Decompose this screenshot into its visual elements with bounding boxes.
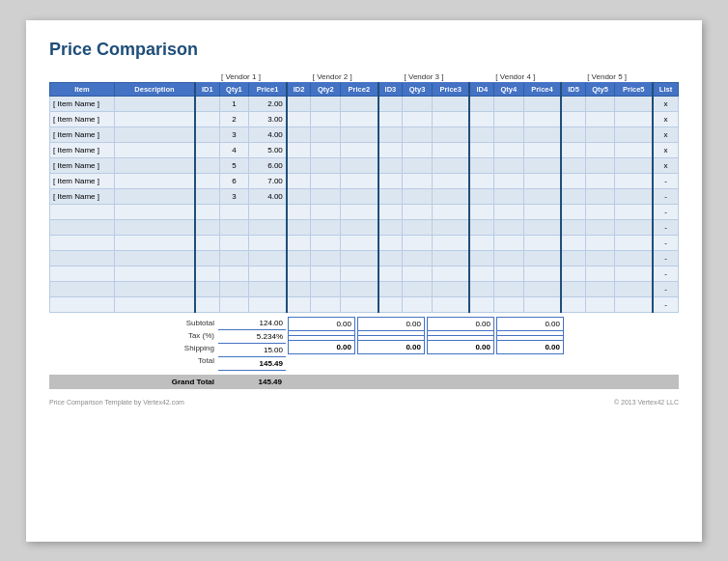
table-cell: 3 bbox=[219, 126, 249, 142]
table-cell bbox=[287, 188, 311, 204]
table-cell bbox=[615, 188, 653, 204]
table-cell bbox=[561, 235, 585, 250]
table-cell: 4.00 bbox=[249, 188, 287, 204]
table-cell bbox=[219, 281, 249, 296]
col-id3-header: ID3 bbox=[378, 82, 403, 96]
table-row: [ Item Name ]34.00- bbox=[50, 188, 679, 204]
table-cell bbox=[561, 188, 585, 204]
table-cell: 1 bbox=[219, 96, 249, 111]
vendor4-header: [ Vendor 4 ] bbox=[469, 71, 561, 83]
table-cell bbox=[494, 266, 524, 281]
table-cell bbox=[403, 157, 433, 173]
table-cell bbox=[403, 204, 433, 219]
table-cell bbox=[341, 296, 378, 312]
table-row: [ Item Name ]23.00x bbox=[50, 111, 679, 126]
table-cell bbox=[523, 204, 561, 219]
table-cell bbox=[615, 111, 653, 126]
table-cell: [ Item Name ] bbox=[50, 96, 115, 111]
table-cell bbox=[249, 266, 287, 281]
subtotal-label: Subtotal bbox=[49, 317, 218, 329]
table-cell bbox=[341, 235, 378, 250]
table-cell: 4.00 bbox=[249, 126, 287, 142]
table-cell bbox=[311, 281, 341, 296]
table-cell bbox=[561, 219, 585, 235]
table-cell bbox=[403, 266, 433, 281]
col-qty1-header: Qty1 bbox=[219, 82, 249, 96]
table-cell bbox=[432, 173, 469, 188]
table-cell bbox=[114, 126, 195, 142]
table-cell bbox=[561, 250, 585, 266]
table-cell bbox=[494, 142, 524, 157]
table-cell bbox=[403, 188, 433, 204]
table-cell bbox=[195, 281, 219, 296]
table-cell bbox=[469, 111, 493, 126]
table-cell bbox=[585, 296, 615, 312]
footer-right: © 2013 Vertex42 LLC bbox=[614, 399, 679, 406]
col-price4-header: Price4 bbox=[523, 82, 561, 96]
table-cell bbox=[287, 126, 311, 142]
table-cell bbox=[432, 281, 469, 296]
table-cell bbox=[469, 235, 493, 250]
col-id5-header: ID5 bbox=[561, 82, 585, 96]
vendor3-header: [ Vendor 3 ] bbox=[378, 71, 470, 83]
table-cell bbox=[378, 296, 403, 312]
footer-left: Price Comparison Template by Vertex42.co… bbox=[49, 399, 184, 406]
table-cell bbox=[523, 281, 561, 296]
table-cell bbox=[219, 266, 249, 281]
table-cell bbox=[341, 266, 378, 281]
table-cell bbox=[114, 157, 195, 173]
table-cell bbox=[341, 96, 378, 111]
table-cell bbox=[378, 173, 403, 188]
col-qty5-header: Qty5 bbox=[585, 82, 615, 96]
table-cell bbox=[114, 266, 195, 281]
table-cell bbox=[195, 235, 219, 250]
table-cell bbox=[114, 204, 195, 219]
table-row: - bbox=[50, 235, 679, 250]
table-cell bbox=[311, 126, 341, 142]
table-cell bbox=[469, 219, 493, 235]
table-cell bbox=[523, 219, 561, 235]
table-cell bbox=[615, 157, 653, 173]
table-cell bbox=[311, 204, 341, 219]
table-cell bbox=[114, 142, 195, 157]
col-item-header: Item bbox=[50, 82, 115, 96]
table-cell bbox=[311, 188, 341, 204]
table-cell bbox=[287, 296, 311, 312]
table-cell bbox=[287, 204, 311, 219]
table-cell bbox=[615, 219, 653, 235]
table-cell bbox=[378, 204, 403, 219]
table-cell bbox=[469, 296, 493, 312]
table-cell bbox=[432, 235, 469, 250]
table-cell bbox=[469, 173, 493, 188]
table-cell bbox=[311, 219, 341, 235]
table-cell bbox=[561, 142, 585, 157]
table-cell bbox=[341, 157, 378, 173]
col-list-header: List bbox=[653, 82, 678, 96]
table-cell bbox=[585, 235, 615, 250]
table-cell bbox=[378, 126, 403, 142]
col-qty2-header: Qty2 bbox=[311, 82, 341, 96]
v4-subtotal-value: 0.00 bbox=[428, 317, 494, 330]
table-cell bbox=[341, 250, 378, 266]
table-cell bbox=[378, 157, 403, 173]
table-cell bbox=[561, 266, 585, 281]
table-cell bbox=[378, 111, 403, 126]
table-cell bbox=[615, 266, 653, 281]
v1-tax-value: 5.234% bbox=[218, 329, 286, 343]
table-cell bbox=[287, 96, 311, 111]
table-cell bbox=[50, 219, 115, 235]
table-cell bbox=[287, 235, 311, 250]
table-cell bbox=[249, 250, 287, 266]
table-cell bbox=[114, 219, 195, 235]
table-cell bbox=[378, 266, 403, 281]
table-cell bbox=[432, 266, 469, 281]
comparison-table: [ Vendor 1 ] [ Vendor 2 ] [ Vendor 3 ] [… bbox=[49, 71, 679, 313]
table-cell bbox=[585, 173, 615, 188]
table-cell bbox=[311, 250, 341, 266]
table-cell bbox=[469, 188, 493, 204]
table-cell bbox=[523, 266, 561, 281]
list-header-empty bbox=[653, 71, 678, 83]
table-row: [ Item Name ]67.00- bbox=[50, 173, 679, 188]
table-row: - bbox=[50, 250, 679, 266]
table-cell bbox=[615, 142, 653, 157]
